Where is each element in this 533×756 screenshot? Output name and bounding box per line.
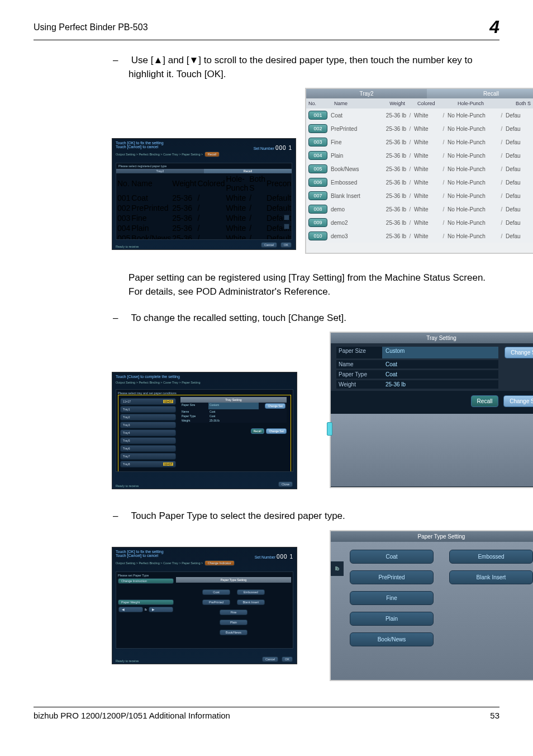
paper-type-option[interactable]: Fine (220, 609, 248, 615)
table-row: 007Blank Insert25-36 lb/White/No Hole-Pu… (306, 189, 533, 202)
table-row: 005Book/News25-36 lb/White/No Hole-Punch… (306, 162, 533, 176)
arrow-up-icon[interactable] (284, 215, 289, 220)
name-value: Coat (382, 360, 498, 368)
number-key-001[interactable]: 001 (308, 111, 327, 120)
side-handle-icon[interactable] (327, 422, 332, 436)
number-key-010[interactable]: 010 (308, 231, 327, 240)
change-set-button[interactable]: Change Set (503, 395, 533, 407)
change-set-top-button[interactable]: Change Set (505, 347, 533, 358)
change-instruction-btn[interactable]: Change Instruction (118, 578, 174, 584)
number-key-002[interactable]: 002 (308, 124, 327, 133)
table-row: 003Fine25-36 lb/White/No Hole-Punch/Defa… (306, 135, 533, 149)
chapter-title: Using Perfect Binder PB-503 (34, 22, 148, 32)
paper-type-blank-insert[interactable]: Blank Insert (449, 570, 533, 584)
close-button-small[interactable]: Close (278, 481, 293, 487)
tray-button[interactable]: Tray7 (120, 453, 176, 460)
change-set-small[interactable]: Change Set (265, 403, 285, 409)
weight-down-btn[interactable]: ◀ (118, 607, 143, 612)
tab-recall[interactable]: Recall (427, 89, 533, 98)
ok-button-3[interactable]: OK (282, 656, 293, 662)
tab-tray2-small[interactable]: Tray2 (116, 169, 204, 173)
arrow-down-icon[interactable] (284, 224, 289, 229)
paper-size-label: Paper Size (336, 347, 382, 358)
instruction-scroll-text: Use [▲] and [▼] to scroll to the desired… (129, 55, 473, 79)
note-tray-setting: Paper setting can be registered using [T… (129, 271, 499, 299)
weight-value: 25-36 lb (382, 380, 498, 389)
table-row: 003Fine25-36/White/Default (117, 214, 292, 223)
hint-close: Touch [Close] to complete the setting (116, 375, 180, 379)
cancel-button-small[interactable]: Cancel (261, 242, 277, 248)
instruction-change-set: – To change the recalled setting, touch … (129, 311, 499, 325)
jobnum-value-3: 000 1 (277, 554, 293, 560)
paper-type-option[interactable]: PrePrinted (202, 599, 230, 605)
paper-type-option[interactable]: Blank Insert (237, 599, 265, 605)
tray-setting-fill (331, 414, 533, 486)
paper-type-preprinted[interactable]: PrePrinted (350, 570, 434, 584)
paper-type-coat[interactable]: Coat (350, 550, 434, 564)
tray-button[interactable]: Tray3 (120, 422, 176, 428)
tray-button[interactable]: Tray5 (120, 437, 176, 444)
paper-weight-btn[interactable]: Paper Weight (118, 599, 174, 605)
hint-fix: Touch [OK] to fix the setting (116, 550, 164, 554)
printer-dialog-trayset-small: Touch [Close] to complete the setting Ou… (112, 372, 297, 489)
table-row: 002PrePrinted25-36/White/Default (117, 204, 292, 212)
paper-type-plain[interactable]: Plain (350, 612, 434, 626)
paper-type-embossed[interactable]: Embossed (449, 550, 533, 564)
table-row: 001Coat25-36/White/Default (117, 193, 292, 202)
tab-tray2[interactable]: Tray2 (306, 89, 427, 98)
paper-type-option[interactable]: Book/News (220, 630, 248, 635)
recall-small[interactable]: Recall (251, 428, 264, 434)
jobnum-value: 000 1 (275, 145, 292, 151)
number-key-008[interactable]: 008 (308, 205, 327, 214)
number-key-006[interactable]: 006 (308, 178, 327, 187)
page-header: Using Perfect Binder PB-503 4 (34, 17, 499, 40)
paper-type-fine[interactable]: Fine (350, 591, 434, 605)
status-strip-2: Output Setting > Perfect Binding > Cover… (112, 381, 297, 386)
number-key-007[interactable]: 007 (308, 191, 327, 200)
tray-setting-title: Tray Setting (331, 333, 533, 343)
tab-recall-small[interactable]: Recall (204, 169, 292, 173)
hint-cancel: Touch [Cancel] to cancel (116, 145, 158, 149)
paper-type-fill (331, 654, 533, 710)
recall-button[interactable]: Recall (471, 395, 499, 407)
weight-up-btn[interactable]: ▶ (149, 607, 173, 612)
table-row: 009demo225-36 lb/White/No Hole-Punch/Def… (306, 216, 533, 229)
change-set-small-2[interactable]: Change Set (266, 428, 286, 434)
tray-setting-zoom: Tray Setting Paper Size Custom Change Se… (330, 332, 533, 488)
number-key-003[interactable]: 003 (308, 138, 327, 147)
change-indicator[interactable]: Change Indicator (204, 560, 235, 566)
tray-button[interactable]: Tray811×17 (120, 461, 176, 467)
paper-type-zoom: Paper Type Setting lb Coat Embossed PreP… (330, 530, 533, 681)
status-strip-3: Output Setting > Perfect Binding > Cover… (116, 561, 203, 565)
recall-columns: No. Name Weight Colored Hole-Punch Both … (306, 98, 533, 108)
table-row: 004Plain25-36/White/Default (117, 224, 292, 233)
paper-type-setting-title-small: Paper Type Setting (176, 577, 291, 583)
number-key-005[interactable]: 005 (308, 164, 327, 173)
paper-type-option[interactable]: Embossed (237, 589, 265, 595)
weight-label: Weight (336, 380, 382, 389)
paper-type-option[interactable]: Coat (202, 589, 230, 595)
recall-zoom-panel: Tray2 Recall No. Name Weight Colored Hol… (305, 88, 533, 254)
instruction-paper-type: – Touch Paper Type to select the desired… (129, 509, 499, 523)
paper-type-option[interactable]: Plain (220, 620, 248, 625)
lb-label: lb (331, 561, 344, 576)
number-key-009[interactable]: 009 (308, 218, 327, 227)
paper-type-booknews[interactable]: Book/News (350, 632, 434, 646)
table-row: 006Embossed25-36 lb/White/No Hole-Punch/… (306, 176, 533, 189)
ok-button-small[interactable]: OK (280, 242, 292, 248)
tray-button[interactable]: Tray2 (120, 414, 176, 420)
cancel-button-3[interactable]: Cancel (262, 656, 278, 662)
tray-button[interactable]: Tray4 (120, 429, 176, 436)
figure-papertype-cluster: Touch [OK] to fix the setting Touch [Can… (129, 530, 499, 692)
recall-tab-small[interactable]: Recall (204, 152, 220, 157)
table-row: 001Coat25-36 lb/White/No Hole-Punch/Defa… (306, 108, 533, 122)
tray-button[interactable]: Tray1 (120, 406, 176, 413)
tray-button[interactable]: Tray6 (120, 445, 176, 452)
paper-type-label: Paper Type (336, 370, 382, 379)
dash-icon: – (113, 509, 129, 523)
page-number: 53 (490, 711, 499, 720)
number-key-004[interactable]: 004 (308, 151, 327, 160)
paper-type-value: Coat (382, 370, 498, 379)
status-strip: Output Setting > Perfect Binding > Cover… (116, 153, 203, 156)
paper-size-value: Custom (382, 347, 498, 358)
